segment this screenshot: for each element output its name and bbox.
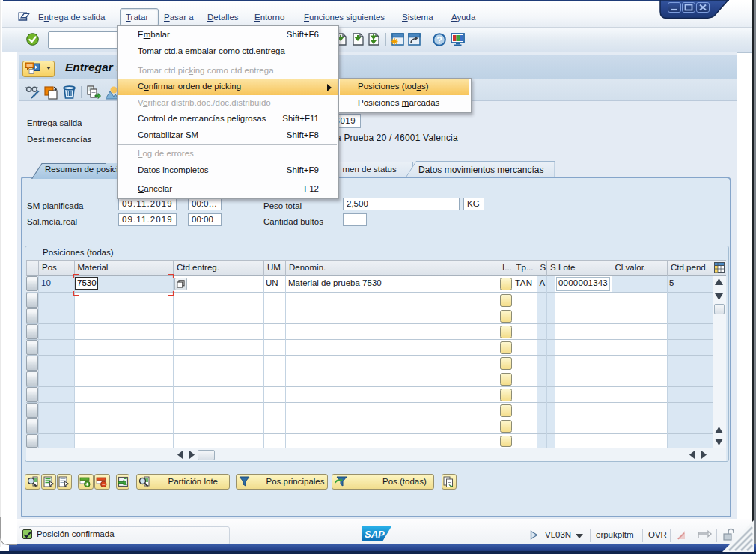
svg-text:?: ? — [436, 35, 442, 46]
svg-text:SAP: SAP — [365, 529, 385, 540]
